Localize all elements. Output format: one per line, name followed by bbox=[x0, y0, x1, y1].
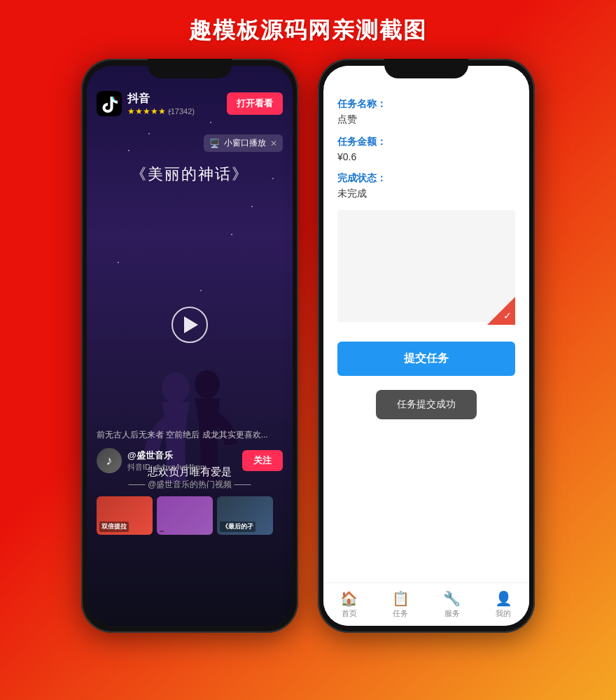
success-toast: 任务提交成功 bbox=[376, 390, 477, 419]
task-bottom-nav: 🏠 首页 📋 任务 🔧 服务 👤 我的 bbox=[323, 582, 529, 626]
thumb-label-2 bbox=[160, 531, 164, 532]
task-amount-label: 任务金额： bbox=[337, 136, 515, 148]
thumb-label-3: 《最后的孑 bbox=[220, 522, 255, 532]
open-app-button[interactable]: 打开看看 bbox=[227, 92, 283, 115]
profile-icon: 👤 bbox=[495, 590, 512, 607]
nav-item-profile[interactable]: 👤 我的 bbox=[495, 590, 512, 619]
home-icon: 🏠 bbox=[340, 590, 358, 607]
tiktok-logo-icon bbox=[97, 91, 122, 116]
video-thumbnails: 双倍提拉 《最后的孑 bbox=[97, 496, 283, 535]
right-phone-frame: 任务名称： 点赞 任务金额： ¥0.6 bbox=[318, 59, 535, 633]
svg-point-0 bbox=[162, 372, 190, 403]
check-icon: ✓ bbox=[503, 310, 512, 321]
task-textarea-area: ✓ bbox=[337, 210, 515, 325]
submit-task-button[interactable]: 提交任务 bbox=[337, 342, 515, 376]
rating-stars: ★★★★★ bbox=[127, 106, 166, 116]
nav-item-home[interactable]: 🏠 首页 bbox=[340, 590, 358, 619]
page-wrapper: 趣模板源码网亲测截图 bbox=[0, 0, 616, 700]
task-content-textarea[interactable] bbox=[337, 210, 515, 322]
task-status-label: 完成状态： bbox=[337, 172, 515, 185]
play-triangle-icon bbox=[184, 316, 198, 333]
task-amount-field: 任务金额： ¥0.6 bbox=[337, 136, 515, 162]
tiktok-top-bar: 抖音 ★★★★★ (17342) 打开看看 bbox=[87, 85, 293, 122]
left-phone-screen: 抖音 ★★★★★ (17342) 打开看看 🖥️ 小窗口播放 bbox=[87, 66, 293, 626]
thumb-label-1: 双倍提拉 bbox=[99, 522, 129, 532]
page-title: 趣模板源码网亲测截图 bbox=[189, 0, 427, 59]
nav-service-label: 服务 bbox=[444, 608, 460, 619]
tiktok-rating: ★★★★★ (17342) bbox=[127, 106, 195, 116]
tiktok-bottom-info: 前无古人后无来者 空前绝后 成龙其实更喜欢... ♪ @盛世音乐 抖音ID: d… bbox=[87, 428, 293, 535]
mini-player-text: 小窗口播放 bbox=[224, 137, 266, 149]
mini-player-bar: 🖥️ 小窗口播放 ✕ bbox=[204, 134, 283, 152]
nav-item-service[interactable]: 🔧 服务 bbox=[443, 590, 461, 619]
service-icon: 🔧 bbox=[443, 590, 461, 607]
nav-home-label: 首页 bbox=[342, 608, 357, 619]
nav-profile-label: 我的 bbox=[496, 608, 511, 619]
task-amount-value: ¥0.6 bbox=[337, 151, 515, 162]
author-details: @盛世音乐 抖音ID: dyhxq4vd4knm bbox=[127, 449, 206, 472]
thumbnail-3[interactable]: 《最后的孑 bbox=[217, 496, 273, 535]
task-screen: 任务名称： 点赞 任务金额： ¥0.6 bbox=[323, 66, 529, 626]
author-name: @盛世音乐 bbox=[127, 449, 206, 462]
task-screen-body: 任务名称： 点赞 任务金额： ¥0.6 bbox=[323, 87, 529, 582]
task-icon: 📋 bbox=[392, 590, 410, 607]
play-button-overlay[interactable] bbox=[172, 307, 208, 343]
author-row: ♪ @盛世音乐 抖音ID: dyhxq4vd4knm 关注 bbox=[97, 448, 283, 473]
nav-item-task[interactable]: 📋 任务 bbox=[392, 590, 410, 619]
nav-task-label: 任务 bbox=[393, 608, 408, 619]
author-avatar: ♪ bbox=[97, 448, 122, 473]
tiktok-app-name: 抖音 bbox=[127, 92, 195, 106]
video-description: 前无古人后无来者 空前绝后 成龙其实更喜欢... bbox=[97, 428, 283, 441]
task-notch bbox=[323, 66, 529, 87]
tiktok-app-info: 抖音 ★★★★★ (17342) bbox=[127, 92, 195, 116]
tiktok-screen: 抖音 ★★★★★ (17342) 打开看看 🖥️ 小窗口播放 bbox=[87, 66, 293, 626]
thumbnail-1[interactable]: 双倍提拉 bbox=[97, 496, 153, 535]
svg-point-1 bbox=[195, 370, 220, 398]
video-title: 《美丽的神话》 bbox=[87, 164, 293, 185]
mini-player-icon: 🖥️ bbox=[209, 139, 220, 148]
hot-videos-label: —— @盛世音乐的热门视频 —— bbox=[97, 479, 283, 491]
author-info: ♪ @盛世音乐 抖音ID: dyhxq4vd4knm bbox=[97, 448, 206, 473]
task-name-field: 任务名称： 点赞 bbox=[337, 98, 515, 126]
left-phone-frame: 抖音 ★★★★★ (17342) 打开看看 🖥️ 小窗口播放 bbox=[81, 59, 298, 633]
rating-count: (17342) bbox=[168, 107, 195, 115]
task-name-label: 任务名称： bbox=[337, 98, 515, 111]
task-name-value: 点赞 bbox=[337, 113, 515, 126]
phones-row: 抖音 ★★★★★ (17342) 打开看看 🖥️ 小窗口播放 bbox=[60, 59, 556, 633]
tiktok-logo-area: 抖音 ★★★★★ (17342) bbox=[97, 91, 195, 116]
thumbnail-2[interactable] bbox=[157, 496, 213, 535]
task-status-value: 未完成 bbox=[337, 188, 515, 200]
right-phone-screen: 任务名称： 点赞 任务金额： ¥0.6 bbox=[323, 66, 529, 626]
follow-button[interactable]: 关注 bbox=[242, 450, 283, 471]
author-id: 抖音ID: dyhxq4vd4knm bbox=[127, 462, 206, 472]
task-status-field: 完成状态： 未完成 bbox=[337, 172, 515, 200]
mini-player-close-icon[interactable]: ✕ bbox=[270, 139, 277, 148]
